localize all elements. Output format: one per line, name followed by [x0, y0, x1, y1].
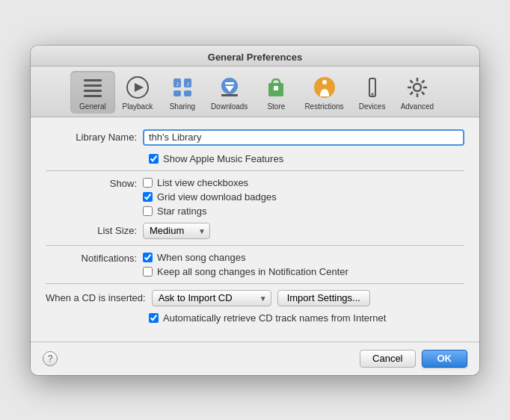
- playback-icon: [124, 74, 151, 101]
- cd-label: When a CD is inserted:: [46, 292, 152, 303]
- star-ratings-label: Star ratings: [157, 206, 206, 217]
- toolbar-playback[interactable]: Playback: [115, 71, 160, 114]
- svg-point-22: [414, 84, 421, 91]
- downloads-icon: [216, 74, 243, 101]
- store-label: Store: [267, 102, 285, 111]
- auto-retrieve-checkbox[interactable]: [149, 313, 159, 323]
- ok-button[interactable]: OK: [422, 350, 468, 368]
- notifications-options: When song changes Keep all song changes …: [143, 252, 348, 277]
- footer: ? Cancel OK: [31, 342, 479, 375]
- general-label: General: [79, 102, 106, 111]
- keep-all-label: Keep all song changes in Notification Ce…: [157, 266, 348, 277]
- svg-line-30: [410, 92, 413, 95]
- playback-label: Playback: [123, 102, 153, 111]
- toolbar-advanced[interactable]: Advanced: [395, 71, 440, 114]
- svg-line-29: [422, 80, 425, 83]
- svg-line-27: [410, 80, 413, 83]
- svg-rect-8: [173, 90, 181, 96]
- general-icon: [79, 74, 106, 101]
- toolbar-downloads[interactable]: Downloads: [205, 71, 254, 114]
- advanced-icon: [404, 74, 431, 101]
- list-size-select[interactable]: Small Medium Large: [143, 223, 210, 239]
- grid-view-checkbox[interactable]: [143, 192, 153, 202]
- window-title: General Preferences: [208, 52, 302, 63]
- list-size-label: List Size:: [46, 225, 143, 236]
- keep-all-checkbox[interactable]: [143, 267, 153, 277]
- toolbar-store[interactable]: Store: [254, 71, 298, 114]
- toolbar-restrictions[interactable]: Restrictions: [298, 71, 349, 114]
- cd-select-wrapper: Ask to Import CD Begin Playing Import CD…: [152, 290, 271, 306]
- svg-marker-5: [135, 83, 144, 92]
- notif-when-song: When song changes: [143, 252, 348, 263]
- show-apple-music-row: Show Apple Music Features: [149, 153, 464, 164]
- notifications-section: Notifications: When song changes Keep al…: [46, 252, 464, 277]
- devices-label: Devices: [359, 102, 386, 111]
- svg-point-19: [322, 80, 327, 84]
- grid-view-label: Grid view download badges: [157, 191, 277, 203]
- help-button[interactable]: ?: [43, 351, 58, 366]
- when-song-checkbox[interactable]: [143, 253, 153, 262]
- svg-rect-3: [84, 95, 102, 97]
- content-area: Library Name: Show Apple Music Features …: [31, 117, 479, 342]
- notifications-label: Notifications:: [46, 252, 143, 264]
- svg-rect-9: [184, 90, 191, 96]
- show-apple-music-label: Show Apple Music Features: [163, 153, 283, 164]
- help-label: ?: [48, 353, 53, 364]
- show-option-star-ratings: Star ratings: [143, 206, 277, 217]
- svg-rect-14: [225, 82, 234, 84]
- titlebar: General Preferences: [31, 46, 479, 67]
- svg-rect-1: [84, 84, 102, 87]
- downloads-label: Downloads: [211, 102, 248, 111]
- library-name-row: Library Name:: [46, 129, 464, 146]
- toolbar-general[interactable]: General: [70, 71, 115, 114]
- list-size-wrapper: Small Medium Large ▼: [143, 223, 210, 239]
- svg-rect-15: [221, 94, 238, 96]
- auto-retrieve-row: Automatically retrieve CD track names fr…: [149, 312, 464, 324]
- svg-point-21: [371, 93, 373, 95]
- svg-text:♪: ♪: [176, 80, 179, 87]
- svg-rect-0: [84, 79, 102, 81]
- separator-3: [46, 283, 464, 284]
- toolbar-sharing[interactable]: ♪ ♪ Sharing: [160, 71, 205, 114]
- preferences-window: General Preferences General: [31, 46, 479, 375]
- show-options: List view checkboxes Grid view download …: [143, 177, 277, 217]
- toolbar: General Playback ♪ ♪: [31, 67, 479, 117]
- library-name-input[interactable]: [143, 129, 464, 146]
- list-size-row: List Size: Small Medium Large ▼: [46, 223, 464, 239]
- when-song-label: When song changes: [157, 252, 246, 263]
- restrictions-icon: [311, 74, 338, 101]
- separator-1: [46, 170, 464, 171]
- restrictions-label: Restrictions: [304, 102, 343, 111]
- show-apple-music-checkbox[interactable]: [149, 154, 159, 164]
- separator-2: [46, 245, 464, 246]
- cd-section: When a CD is inserted: Ask to Import CD …: [46, 290, 464, 306]
- toolbar-devices[interactable]: Devices: [350, 71, 395, 114]
- sharing-icon: ♪ ♪: [169, 74, 196, 101]
- svg-text:♪: ♪: [186, 80, 190, 87]
- advanced-label: Advanced: [401, 102, 434, 111]
- show-section: Show: List view checkboxes Grid view dow…: [46, 177, 464, 217]
- list-view-checkbox[interactable]: [143, 178, 153, 188]
- auto-retrieve-label: Automatically retrieve CD track names fr…: [163, 312, 386, 324]
- star-ratings-checkbox[interactable]: [143, 206, 153, 216]
- show-option-grid-view: Grid view download badges: [143, 191, 277, 203]
- show-option-list-view: List view checkboxes: [143, 177, 277, 188]
- library-name-label: Library Name:: [46, 132, 143, 143]
- devices-icon: [359, 74, 386, 101]
- sharing-label: Sharing: [170, 102, 195, 111]
- store-icon: [262, 74, 289, 101]
- svg-line-28: [422, 92, 425, 95]
- cd-select[interactable]: Ask to Import CD Begin Playing Import CD…: [152, 290, 271, 306]
- svg-rect-17: [274, 86, 278, 90]
- show-label: Show:: [46, 177, 143, 189]
- import-settings-button[interactable]: Import Settings...: [277, 290, 370, 306]
- notif-keep-all: Keep all song changes in Notification Ce…: [143, 266, 348, 277]
- svg-rect-2: [84, 90, 102, 92]
- cancel-button[interactable]: Cancel: [360, 350, 415, 368]
- list-view-label: List view checkboxes: [157, 177, 248, 188]
